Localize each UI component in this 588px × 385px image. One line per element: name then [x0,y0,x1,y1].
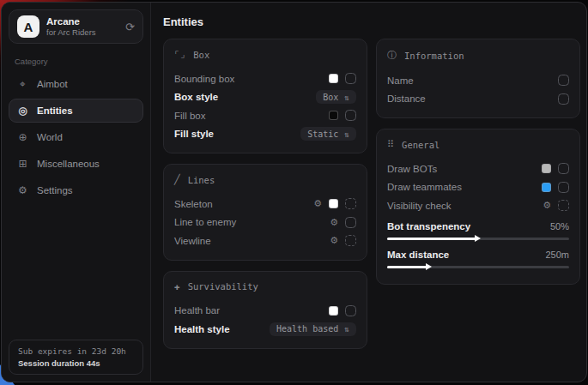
chevron-updown-icon: ⇅ [344,324,349,334]
color-swatch[interactable] [329,306,338,316]
setting-row-draw-teammates: Draw teammates [387,178,569,197]
bot-transpenency-slider[interactable] [387,238,569,240]
fill-style-dropdown[interactable]: Static ⇅ [300,127,356,141]
panel-title: Lines [188,175,215,185]
sidebar-item-aimbot[interactable]: ⌖ Aimbot [9,72,143,96]
slider-fill [387,238,478,240]
checkbox[interactable] [345,110,356,121]
left-column: ⌜⌟ Box Bounding box Box style Box ⇅ [163,39,367,349]
setting-label: Draw BOTs [387,164,542,174]
app-name: Arcane [46,15,96,27]
color-swatch[interactable] [542,164,551,173]
sidebar-item-miscellaneous[interactable]: ⊞ Miscellaneous [9,152,143,176]
slider-row-bot-transpenency: Bot transpenency 50% [387,218,569,240]
sidebar-item-label: World [37,132,63,142]
main-content: Entities ⌜⌟ Box Bounding box Box [151,3,586,382]
setting-row-box-style: Box style Box ⇅ [174,88,356,107]
gear-icon[interactable]: ⚙ [330,235,338,246]
page-title: Entities [163,15,574,28]
checkbox[interactable] [345,305,356,316]
setting-row-fill-box: Fill box [174,106,356,125]
panel-title: Survivability [188,281,258,292]
panel-general-header: ⠿ General [387,139,569,150]
checkbox[interactable] [558,200,569,211]
setting-label: Health bar [174,305,329,316]
panel-title: Box [193,50,209,60]
sidebar-item-entities[interactable]: ◎ Entities [9,99,143,123]
setting-label: Draw teammates [387,182,542,192]
setting-label: Distance [387,93,558,104]
panel-columns: ⌜⌟ Box Bounding box Box style Box ⇅ [163,39,574,349]
chevron-updown-icon: ⇅ [344,129,349,139]
checkbox[interactable] [345,73,356,84]
setting-label: Line to enemy [174,217,330,227]
box-style-dropdown[interactable]: Box ⇅ [316,90,356,104]
entities-icon: ◎ [17,105,28,117]
checkbox[interactable] [558,182,569,193]
panel-title: General [402,140,439,150]
setting-row-name: Name [387,71,569,90]
sidebar-item-label: Aimbot [37,79,68,89]
slider-thumb[interactable] [475,235,481,242]
app-subtitle: for Arc Riders [46,27,96,38]
sidebar: A Arcane for Arc Riders ⟳ Category ⌖ Aim… [2,3,151,382]
sidebar-item-settings[interactable]: ⚙ Settings [9,178,143,202]
setting-row-skeleton: Skeleton ⚙ [174,195,356,214]
category-label: Category [15,57,137,66]
slider-value: 50% [550,221,569,232]
color-swatch[interactable] [329,74,338,83]
info-icon: ⓘ [387,49,397,62]
checkbox[interactable] [345,235,356,246]
panel-information-header: ⓘ Information [387,49,569,62]
slider-label: Bot transpenency [387,221,550,232]
checkbox[interactable] [558,75,569,86]
gear-icon[interactable]: ⚙ [313,198,322,209]
refresh-icon[interactable]: ⟳ [125,21,135,33]
chevron-updown-icon: ⇅ [344,93,349,102]
app-window: A Arcane for Arc Riders ⟳ Category ⌖ Aim… [1,2,587,382]
color-swatch[interactable] [329,111,338,120]
sidebar-item-label: Miscellaneous [37,159,100,169]
panel-survivability-header: ✚ Survivability [174,281,356,292]
slider-row-max-distance: Max distance 250m [387,246,569,268]
panel-box-header: ⌜⌟ Box [174,49,356,60]
panel-general: ⠿ General Draw BOTs Draw teammates [376,129,580,285]
dots-grid-icon: ⠿ [387,139,394,150]
setting-label: Health style [174,324,270,334]
subscription-card: Sub expires in 23d 20h Session duration … [9,340,143,375]
slider-label: Max distance [387,250,545,260]
setting-row-health-style: Health style Health based ⇅ [174,320,356,339]
checkbox[interactable] [345,217,356,228]
dropdown-value: Static [307,129,338,139]
gear-icon[interactable]: ⚙ [330,217,338,228]
sidebar-item-world[interactable]: ⊕ World [9,125,143,149]
checkbox[interactable] [558,163,569,174]
max-distance-slider[interactable] [387,266,569,268]
setting-label: Fill style [174,129,300,139]
right-column: ⓘ Information Name Distance ⠿ [376,39,580,285]
crosshair-icon: ⌖ [17,78,28,90]
sidebar-item-label: Entities [37,105,73,116]
setting-label: Viewline [174,236,330,246]
checkbox[interactable] [558,93,569,105]
setting-row-visibility-check: Visibility check ⚙ [387,196,569,215]
setting-label: Bounding box [174,74,329,84]
diagonal-line-icon: ╱ [174,174,180,185]
health-style-dropdown[interactable]: Health based ⇅ [270,322,356,336]
panel-lines-header: ╱ Lines [174,174,356,185]
slider-thumb[interactable] [426,263,432,270]
slider-fill [387,266,429,268]
color-swatch[interactable] [542,183,551,192]
sidebar-item-label: Settings [37,185,73,196]
gear-icon[interactable]: ⚙ [543,200,551,211]
setting-label: Visibility check [387,201,543,211]
sub-expiry-text: Sub expires in 23d 20h [18,346,134,356]
slider-value: 250m [545,250,569,260]
setting-row-viewline: Viewline ⚙ [174,232,356,250]
color-swatch[interactable] [329,199,338,208]
panel-lines: ╱ Lines Skeleton ⚙ Line to enemy ⚙ [163,164,367,261]
checkbox[interactable] [345,198,356,209]
app-logo: A [17,15,39,38]
setting-label: Name [387,75,558,86]
setting-row-health-bar: Health bar [174,302,356,321]
